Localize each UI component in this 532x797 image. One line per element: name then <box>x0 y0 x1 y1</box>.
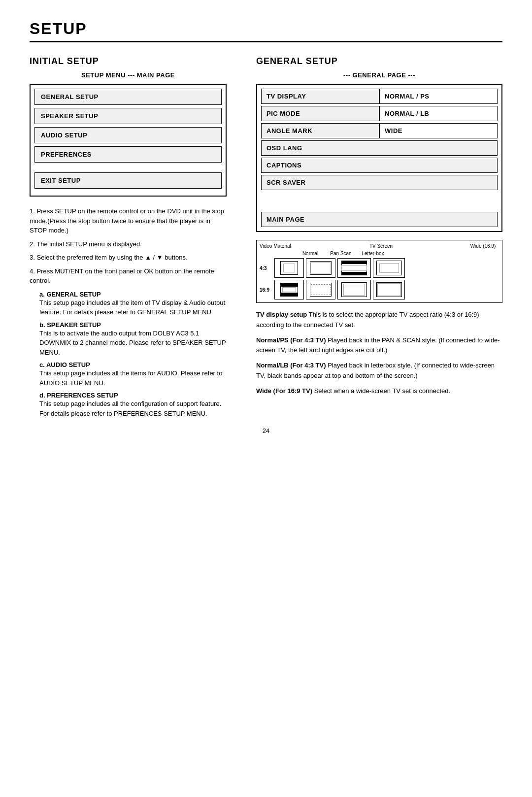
screen-pan-4-3 <box>306 258 335 278</box>
screen-pan-16-9 <box>306 280 335 299</box>
menu-main-page[interactable]: MAIN PAGE <box>261 212 498 227</box>
general-menu-box: TV DISPLAY NORMAL / PS PIC MODE NORMAL /… <box>256 84 502 232</box>
screen-lb-4-3 <box>337 258 371 278</box>
page-number: 24 <box>30 427 502 434</box>
general-setup-section: GENERAL SETUP --- GENERAL PAGE --- TV DI… <box>256 56 502 422</box>
diagram-wide-label: Wide (16:9) <box>467 243 499 249</box>
desc-tv-display: TV display setup This is to select the a… <box>256 310 502 331</box>
instruction-4: 4. Press MUT/ENT on the front panel or O… <box>30 266 227 286</box>
menu-osd-lang[interactable]: OSD LANG <box>261 140 498 156</box>
diagram-row-16-9: 16:9 <box>260 287 274 293</box>
page-title: SETUP <box>30 20 502 42</box>
sub-instruction-a: a. GENERAL SETUP This setup page include… <box>39 291 227 317</box>
menu-item-speaker-setup[interactable]: SPEAKER SETUP <box>34 108 222 124</box>
instruction-2: 2. The initial SETUP menu is displayed. <box>30 239 227 249</box>
menu-item-exit-setup[interactable]: EXIT SETUP <box>34 172 222 189</box>
desc-wide: Wide (For 16:9 TV) Select when a wide-sc… <box>256 386 502 397</box>
screen-normal-4-3 <box>274 258 304 278</box>
screen-normal-16-9 <box>274 280 304 299</box>
desc-normal-ps: Normal/PS (For 4:3 TV) Played back in th… <box>256 335 502 356</box>
screen-wide-16-9 <box>373 280 405 299</box>
menu-tv-display-value: NORMAL / PS <box>379 89 498 104</box>
instructions-list: 1. Press SETUP on the remote control or … <box>30 206 227 286</box>
diagram-col-panscan: Pan Scan <box>326 251 356 256</box>
sub-instruction-c: c. AUDIO SETUP This setup page includes … <box>39 361 227 388</box>
main-menu-box: GENERAL SETUP SPEAKER SETUP AUDIO SETUP … <box>30 84 227 197</box>
screen-wide-4-3 <box>373 258 405 278</box>
menu-scr-saver[interactable]: SCR SAVER <box>261 175 498 190</box>
instruction-3: 3. Select the preferred item by using th… <box>30 253 227 263</box>
tv-display-diagram: Video Material TV Screen Wide (16:9) Nor… <box>256 240 502 303</box>
menu-tv-display[interactable]: TV DISPLAY <box>261 89 379 104</box>
initial-setup-section: INITIAL SETUP SETUP MENU --- MAIN PAGE G… <box>30 56 227 422</box>
instruction-1: 1. Press SETUP on the remote control or … <box>30 206 227 235</box>
general-setup-title: GENERAL SETUP <box>256 56 502 66</box>
menu-pic-mode-value: NORMAL / LB <box>379 106 498 121</box>
diagram-tv-screen-label: TV Screen <box>295 243 467 249</box>
desc-normal-lb: Normal/LB (For 4:3 TV) Played back in le… <box>256 361 502 381</box>
menu-angle-mark[interactable]: ANGLE MARK <box>261 123 379 138</box>
general-page-subtitle: --- GENERAL PAGE --- <box>256 71 502 79</box>
setup-menu-subtitle: SETUP MENU --- MAIN PAGE <box>30 71 227 79</box>
menu-item-preferences[interactable]: PREFERENCES <box>34 146 222 163</box>
menu-captions[interactable]: CAPTIONS <box>261 158 498 173</box>
menu-pic-mode[interactable]: PIC MODE <box>261 106 379 121</box>
sub-instruction-d: d. PREFERENCES SETUP This setup page inc… <box>39 392 227 418</box>
diagram-video-label: Video Material <box>260 243 295 249</box>
screen-lb-16-9 <box>337 280 371 299</box>
menu-angle-mark-value: WIDE <box>379 123 498 138</box>
initial-setup-title: INITIAL SETUP <box>30 56 227 66</box>
diagram-row-4-3: 4:3 <box>260 266 274 271</box>
diagram-col-normal: Normal <box>295 251 326 256</box>
diagram-col-letterbox: Letter-box <box>356 251 390 256</box>
menu-item-general-setup[interactable]: GENERAL SETUP <box>34 89 222 105</box>
sub-instruction-b: b. SPEAKER SETUP This is to activate the… <box>39 321 227 358</box>
menu-item-audio-setup[interactable]: AUDIO SETUP <box>34 127 222 143</box>
